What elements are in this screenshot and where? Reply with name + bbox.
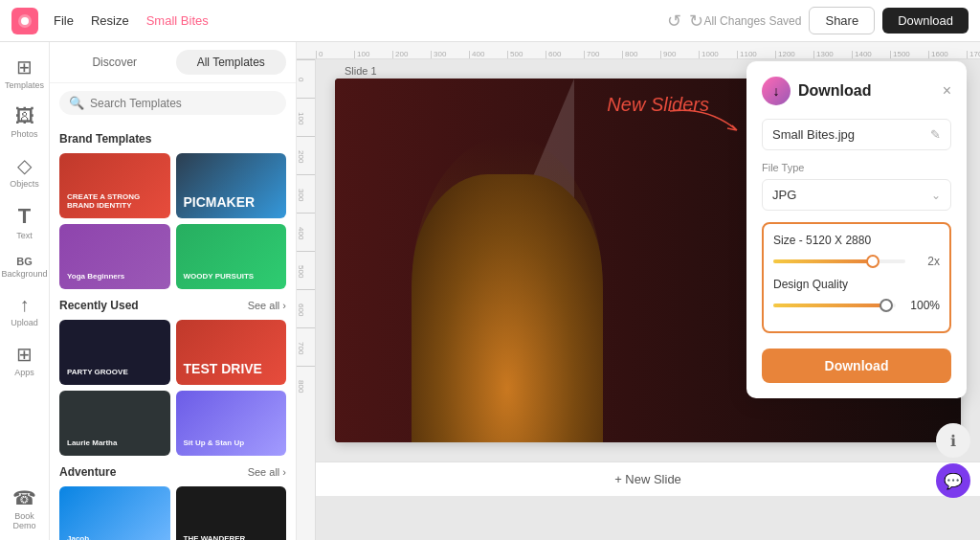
template-thumb-8-label: Sit Up & Stan Up [180, 435, 283, 452]
ruler-v-500: 500 [297, 251, 315, 289]
download-button[interactable]: Download [882, 8, 969, 34]
template-thumb-1-label: CREATE A STRONG BRAND IDENTITY [63, 189, 167, 214]
sidebar-label-text: Text [16, 231, 33, 240]
templates-icon: ⊞ [16, 56, 33, 79]
recently-used-header: Recently Used See all › [59, 299, 286, 312]
ruler-mark-900: 900 [660, 51, 699, 58]
download-panel: ↓ Download × Small Bites.jpg ✎ File Type… [746, 61, 967, 398]
share-button[interactable]: Share [809, 7, 875, 34]
template-thumb-9[interactable]: Jacob. [59, 486, 170, 540]
template-thumb-3-label: Yoga Beginners [63, 268, 167, 285]
file-type-select[interactable]: JPG ⌄ [762, 179, 951, 211]
sidebar-label-objects: Objects [10, 179, 39, 189]
ruler-mark-100: 100 [354, 51, 392, 58]
recently-used-see-all[interactable]: See all › [248, 300, 286, 311]
sidebar-item-background[interactable]: BG Background [3, 250, 47, 284]
sidebar-item-text[interactable]: T Text [3, 198, 47, 246]
template-thumb-8[interactable]: Sit Up & Stan Up [176, 391, 287, 456]
ruler-v-100: 100 [297, 98, 315, 136]
ruler-v-700: 700 [297, 327, 315, 366]
sidebar-item-book-demo[interactable]: ☎ Book Demo [3, 481, 47, 536]
undo-redo: ↺ ↻ [667, 11, 703, 32]
slide-label: Slide 1 [345, 65, 377, 77]
size-slider-wrap [773, 259, 905, 263]
file-type-label: File Type [762, 162, 951, 173]
ruler-mark-1600: 1600 [928, 51, 967, 58]
download-panel-title: Download [798, 82, 871, 100]
tab-all-templates[interactable]: All Templates [176, 50, 287, 75]
bottom-bar: + New Slide [316, 461, 980, 496]
template-thumb-5[interactable]: PARTY GROOVE [59, 320, 170, 385]
ruler-vertical: 0 100 200 300 400 500 600 700 800 [297, 59, 316, 540]
brand-section-title: Brand Templates [59, 132, 286, 146]
sidebar-label-templates: Templates [5, 80, 44, 90]
size-slider-thumb[interactable] [866, 255, 880, 268]
ruler-mark-1200: 1200 [775, 51, 813, 58]
ruler-mark-1300: 1300 [813, 51, 852, 58]
saved-status: All Changes Saved [703, 14, 801, 28]
help-button[interactable]: ℹ [936, 423, 970, 458]
file-menu[interactable]: File [54, 13, 74, 28]
ruler-horizontal: 0 100 200 300 400 500 600 700 800 900 10… [297, 42, 980, 59]
undo-icon[interactable]: ↺ [667, 11, 681, 32]
ruler-mark-200: 200 [392, 51, 431, 58]
close-button[interactable]: × [943, 82, 951, 100]
download-panel-icon: ↓ [762, 77, 791, 105]
template-thumb-1[interactable]: CREATE A STRONG BRAND IDENTITY [59, 153, 170, 218]
sidebar: ⊞ Templates 🖼 Photos ◇ Objects T Text BG… [0, 42, 50, 540]
ruler-v-600: 600 [297, 289, 315, 327]
search-input[interactable] [90, 97, 277, 110]
sidebar-item-templates[interactable]: ⊞ Templates [3, 50, 47, 96]
search-bar: 🔍 [50, 83, 296, 123]
file-type-chevron: ⌄ [931, 189, 941, 202]
search-input-wrap: 🔍 [59, 91, 286, 115]
sidebar-label-book-demo: Book Demo [7, 511, 43, 530]
recently-used-grid: PARTY GROOVE TEST DRIVE Laurie Martha Si… [59, 320, 286, 456]
ruler-mark-1000: 1000 [699, 51, 737, 58]
quality-slider-wrap [773, 304, 896, 307]
chat-button[interactable]: 💬 [936, 463, 970, 498]
photos-icon: 🖼 [15, 105, 34, 127]
sidebar-item-upload[interactable]: ↑ Upload [3, 288, 47, 333]
app-logo[interactable] [11, 8, 38, 34]
size-slider-fill [773, 259, 873, 263]
download-icon-shape: ↓ [773, 83, 780, 99]
project-title[interactable]: Small Bites [146, 13, 209, 28]
template-thumb-10[interactable]: THE WANDERER [176, 486, 287, 540]
quality-slider-thumb[interactable] [880, 299, 893, 312]
template-thumb-3[interactable]: Yoga Beginners [59, 224, 170, 289]
ruler-marks: 0 100 200 300 400 500 600 700 800 900 10… [316, 42, 980, 58]
book-demo-icon: ☎ [12, 486, 36, 509]
panel-content: Brand Templates CREATE A STRONG BRAND ID… [50, 123, 296, 540]
svg-point-2 [21, 17, 29, 25]
sidebar-item-objects[interactable]: ◇ Objects [3, 148, 47, 194]
template-thumb-6[interactable]: TEST DRIVE [176, 320, 287, 385]
tab-discover[interactable]: Discover [59, 50, 170, 75]
quality-slider-fill [773, 304, 886, 307]
menu-items: File Resize Small Bites [54, 13, 667, 28]
resize-menu[interactable]: Resize [91, 13, 129, 28]
download-action-button[interactable]: Download [762, 349, 951, 383]
slide-arrow [660, 101, 756, 149]
ruler-mark-600: 600 [546, 51, 584, 58]
sidebar-label-photos: Photos [11, 129, 37, 139]
ruler-mark-400: 400 [469, 51, 507, 58]
sidebar-label-background: Background [1, 269, 47, 279]
text-icon: T [18, 204, 31, 229]
new-slide-button[interactable]: + New Slide [614, 472, 681, 486]
edit-filename-icon[interactable]: ✎ [930, 127, 941, 142]
redo-icon[interactable]: ↻ [689, 11, 703, 32]
ruler-mark-1100: 1100 [737, 51, 775, 58]
sidebar-item-photos[interactable]: 🖼 Photos [3, 100, 47, 145]
adventure-see-all[interactable]: See all › [248, 466, 286, 478]
template-thumb-4[interactable]: WOODY PURSUITS [176, 224, 287, 289]
template-thumb-7[interactable]: Laurie Martha [59, 391, 170, 456]
ruler-mark-0: 0 [316, 51, 354, 58]
sidebar-item-apps[interactable]: ⊞ Apps [3, 337, 47, 383]
template-thumb-2[interactable]: PICMAKER [176, 153, 287, 218]
size-slider-value: 2x [913, 255, 940, 268]
adventure-header: Adventure See all › [59, 465, 286, 479]
quality-label: Design Quality [773, 278, 940, 291]
ruler-mark-700: 700 [584, 51, 622, 58]
size-slider-row: 2x [773, 255, 940, 268]
